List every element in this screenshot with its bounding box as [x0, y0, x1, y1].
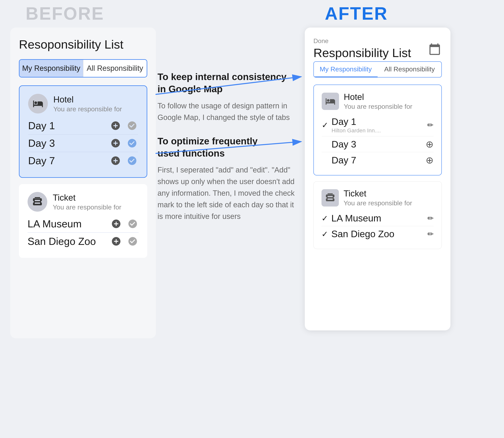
before-day1-check[interactable] — [126, 120, 138, 131]
before-hotel-card: Hotel You are responsible for Day 1 Day … — [19, 85, 147, 178]
after-day1-edit[interactable]: ✏ — [427, 121, 434, 129]
before-sandiego-row: San Diego Zoo — [28, 233, 138, 250]
after-sandiego-row: ✓ San Diego Zoo ✏ — [321, 226, 434, 242]
after-la-label: LA Museum — [331, 213, 427, 224]
before-day1-row: Day 1 — [28, 117, 138, 134]
after-day1-row: ✓ Day 1 Hilton Garden Inn.... ✏ — [322, 114, 434, 136]
done-label: Done — [313, 37, 411, 45]
before-ticket-card: Ticket You are responsible for LA Museum… — [19, 184, 147, 258]
before-day1-label: Day 1 — [28, 120, 110, 131]
after-hotel-subtitle: You are responsible for — [344, 103, 412, 110]
before-la-label: LA Museum — [28, 218, 110, 230]
before-day1-add[interactable] — [110, 120, 121, 131]
before-day7-label: Day 7 — [28, 155, 110, 167]
after-day3-label: Day 3 — [332, 139, 426, 150]
after-day1-check: ✓ — [322, 120, 332, 130]
after-day3-add[interactable]: ⊕ — [426, 139, 434, 150]
after-sandiego-edit[interactable]: ✏ — [427, 230, 434, 238]
calendar-icon[interactable] — [428, 42, 442, 56]
after-ticket-subtitle: You are responsible for — [344, 199, 412, 207]
before-day7-check[interactable] — [126, 155, 138, 167]
after-ticket-icon — [321, 189, 339, 207]
before-day3-add[interactable] — [110, 137, 121, 149]
after-sandiego-check: ✓ — [321, 230, 331, 239]
before-la-check[interactable] — [127, 218, 138, 230]
before-tabs: My Responsibility All Responsibility — [19, 59, 147, 77]
after-hotel-title: Hotel — [344, 92, 412, 102]
after-la-edit[interactable]: ✏ — [427, 214, 434, 223]
after-tab-all-responsibility[interactable]: All Responsibility — [378, 62, 441, 77]
before-day3-label: Day 3 — [28, 137, 110, 149]
before-day3-check[interactable] — [126, 137, 138, 149]
after-ticket-card: Ticket You are responsible for ✓ LA Muse… — [313, 181, 442, 249]
before-panel-title: Resoponsibility List — [19, 37, 147, 51]
middle-text-2: First, I seperated "add" and "edit". "Ad… — [158, 164, 295, 222]
after-day7-row: ✓ Day 7 ⊕ — [322, 152, 434, 168]
after-tabs: My Responsibility All Responsibility — [313, 61, 442, 77]
before-label: BEFORE — [26, 3, 104, 24]
after-day1-sub: Hilton Garden Inn.... — [332, 127, 427, 134]
middle-text-1: To follow the usage of design pattern in… — [158, 100, 295, 123]
middle-content: To keep internal consistencyin Google Ma… — [158, 71, 295, 234]
before-panel: Resoponsibility List My Responsibility A… — [10, 28, 156, 338]
before-ticket-subtitle: You are responsible for — [53, 203, 121, 211]
after-sandiego-label: San Diego Zoo — [331, 229, 427, 239]
after-hotel-icon — [322, 93, 339, 110]
after-tab-my-responsibility[interactable]: My Responsibility — [314, 62, 378, 77]
before-tab-my-responsibility[interactable]: My Responsibility — [20, 60, 83, 77]
before-hotel-title: Hotel — [53, 95, 122, 104]
after-day7-add[interactable]: ⊕ — [426, 154, 434, 166]
after-label: AFTER — [325, 3, 388, 24]
middle-heading-2: To optimize frequentlyused functions — [158, 135, 295, 160]
after-ticket-title: Ticket — [344, 189, 412, 198]
after-header: Done Responsibility List — [313, 37, 442, 60]
before-sandiego-add[interactable] — [110, 235, 122, 247]
after-la-check: ✓ — [321, 214, 331, 223]
before-hotel-subtitle: You are responsible for — [53, 105, 122, 113]
before-sandiego-label: San Diego Zoo — [28, 235, 110, 247]
ticket-icon-before — [28, 192, 47, 212]
after-day3-row: ✓ Day 3 ⊕ — [322, 136, 434, 152]
after-day1-label: Day 1 — [332, 116, 427, 127]
after-panel-title: Responsibility List — [313, 46, 411, 60]
after-la-row: ✓ LA Museum ✏ — [321, 210, 434, 226]
hotel-icon — [28, 94, 48, 113]
before-day3-row: Day 3 — [28, 134, 138, 152]
before-la-row: LA Museum — [28, 215, 138, 233]
before-la-add[interactable] — [110, 218, 122, 230]
after-day7-label: Day 7 — [332, 155, 426, 166]
middle-heading-1: To keep internal consistencyin Google Ma… — [158, 71, 295, 95]
before-day7-row: Day 7 — [28, 152, 138, 169]
after-panel: Done Responsibility List My Responsibili… — [305, 28, 450, 330]
before-day7-add[interactable] — [110, 155, 121, 167]
before-ticket-title: Ticket — [53, 193, 121, 203]
after-hotel-card: Hotel You are responsible for ✓ Day 1 Hi… — [313, 85, 442, 175]
before-tab-all-responsibility[interactable]: All Responsibility — [83, 60, 147, 77]
before-sandiego-check[interactable] — [127, 235, 138, 247]
